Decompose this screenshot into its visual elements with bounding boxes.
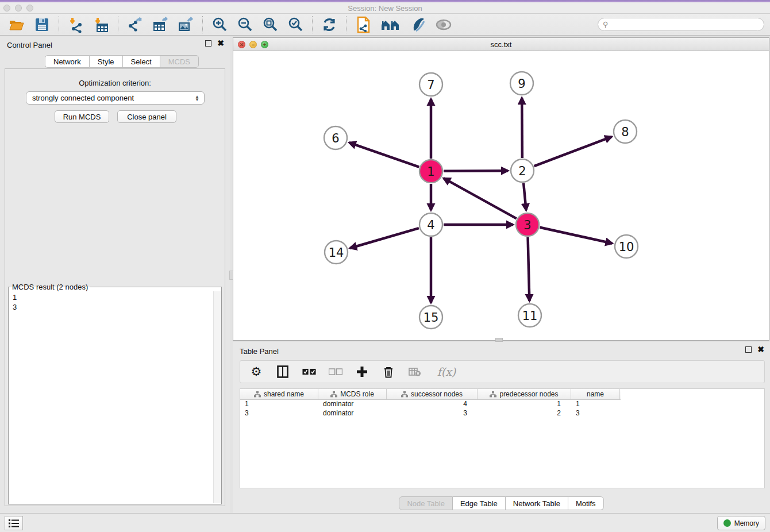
graph-node-1[interactable]: 1 [419, 160, 442, 183]
graph-node-9[interactable]: 9 [510, 72, 533, 95]
export-network-button[interactable] [126, 16, 144, 33]
delete-table-button[interactable] [408, 364, 422, 379]
float-panel-icon[interactable] [205, 40, 211, 47]
search-input[interactable] [611, 21, 759, 29]
first-neighbors-button[interactable] [380, 16, 402, 33]
mcds-result-text[interactable]: 1 3 [9, 291, 213, 503]
new-network-from-selection-button[interactable] [355, 16, 372, 33]
edge-2-8[interactable] [534, 137, 612, 166]
import-network-button[interactable] [67, 16, 84, 33]
column-type-icon [254, 391, 261, 398]
zoom-in-button[interactable] [211, 16, 228, 33]
cell-MCDS-role[interactable]: dominator [318, 409, 387, 418]
edge-1-6[interactable] [349, 142, 419, 167]
task-history-button[interactable] [5, 516, 23, 530]
close-panel-icon[interactable]: ✖ [757, 346, 764, 353]
function-builder-button[interactable]: f(x) [434, 364, 459, 379]
cell-name[interactable]: 1 [571, 400, 620, 409]
zoom-fit-button[interactable] [261, 16, 279, 33]
import-table-button[interactable] [93, 16, 110, 33]
tab-motifs[interactable]: Motifs [568, 496, 604, 510]
edge-2-3[interactable] [523, 183, 526, 210]
control-panel: Control Panel ✖ NetworkStyleSelectMCDS O… [0, 36, 230, 513]
delete-table-icon [409, 367, 421, 376]
result-scrollbar[interactable] [213, 291, 221, 503]
network-resize-grip[interactable] [495, 338, 503, 342]
tab-mcds[interactable]: MCDS [160, 55, 199, 68]
tab-style[interactable]: Style [90, 55, 123, 68]
control-panel-tabs: NetworkStyleSelectMCDS [45, 55, 199, 68]
edge-4-14[interactable] [350, 228, 419, 248]
graph-node-8[interactable]: 8 [614, 120, 637, 143]
cell-predecessor-nodes[interactable]: 1 [478, 400, 571, 409]
graph-node-4[interactable]: 4 [419, 213, 442, 236]
cell-successor-nodes[interactable]: 3 [387, 409, 478, 418]
zoom-selected-button[interactable] [287, 16, 304, 33]
network-window-titlebar[interactable]: ✕ − + scc.txt [233, 38, 769, 51]
optimization-criterion-select[interactable]: strongly connected component ▲▼ [26, 91, 205, 105]
edge-1-2[interactable] [444, 171, 508, 171]
column-header-predecessor-nodes[interactable]: predecessor nodes [478, 389, 571, 399]
memory-button[interactable]: Memory [717, 516, 765, 530]
cell-name[interactable]: 3 [571, 409, 620, 418]
save-session-button[interactable] [33, 16, 51, 33]
network-canvas-svg: 1234678910111415 [233, 51, 769, 340]
splitter-grip[interactable] [229, 271, 233, 280]
refresh-button[interactable] [321, 16, 338, 33]
graph-node-15[interactable]: 15 [419, 306, 442, 329]
table-row[interactable]: 1dominator411 [240, 400, 764, 409]
close-panel-icon[interactable]: ✖ [217, 40, 224, 47]
table-panel-title: Table Panel [240, 347, 279, 356]
tab-select[interactable]: Select [123, 55, 160, 68]
table-panel-header: Table Panel ✖ [233, 342, 770, 360]
node-label: 1 [427, 165, 434, 179]
hide-selected-button[interactable] [435, 16, 452, 33]
network-canvas[interactable]: 1234678910111415 [233, 51, 769, 340]
column-type-icon [330, 391, 337, 398]
table-row[interactable]: 3dominator323 [240, 409, 764, 418]
status-bar: Memory [0, 513, 770, 532]
export-image-button[interactable] [177, 16, 194, 33]
import-table-icon [93, 17, 109, 33]
column-header-name[interactable]: name [571, 389, 620, 399]
delete-column-button[interactable] [382, 364, 395, 379]
edge-3-11[interactable] [528, 237, 530, 301]
edge-3-10[interactable] [540, 228, 612, 244]
table-settings-button[interactable]: ⚙ [249, 364, 263, 379]
run-mcds-button[interactable]: Run MCDS [55, 110, 109, 123]
tab-node-table[interactable]: Node Table [399, 496, 453, 510]
unselect-all-columns-button[interactable] [329, 364, 342, 379]
export-table-button[interactable] [152, 16, 169, 33]
cell-shared-name[interactable]: 3 [240, 409, 318, 418]
search-field[interactable]: ⚲ [598, 18, 764, 31]
cell-MCDS-role[interactable]: dominator [318, 400, 387, 409]
close-panel-button[interactable]: Close panel [117, 110, 176, 123]
float-panel-icon[interactable] [745, 346, 752, 353]
graph-node-10[interactable]: 10 [615, 235, 638, 258]
create-column-button[interactable] [355, 364, 369, 379]
column-header-successor-nodes[interactable]: successor nodes [387, 389, 478, 399]
tab-edge-table[interactable]: Edge Table [453, 496, 506, 510]
open-folder-icon [9, 18, 25, 32]
node-label: 14 [329, 246, 344, 260]
graph-node-2[interactable]: 2 [511, 159, 534, 182]
show-columns-button[interactable] [276, 364, 290, 379]
cell-shared-name[interactable]: 1 [240, 400, 318, 409]
cell-successor-nodes[interactable]: 4 [387, 400, 478, 409]
zoom-out-button[interactable] [236, 16, 253, 33]
graph-node-7[interactable]: 7 [419, 73, 442, 96]
column-header-shared-name[interactable]: shared name [240, 389, 318, 399]
graph-node-14[interactable]: 14 [325, 241, 348, 264]
paint-style-button[interactable] [410, 16, 427, 33]
open-session-button[interactable] [8, 16, 25, 33]
cell-predecessor-nodes[interactable]: 2 [478, 409, 571, 418]
tab-network-table[interactable]: Network Table [506, 496, 568, 510]
graph-node-11[interactable]: 11 [518, 304, 541, 327]
edge-3-1[interactable] [444, 178, 517, 218]
select-all-columns-button[interactable] [302, 364, 316, 379]
column-header-MCDS-role[interactable]: MCDS role [318, 389, 387, 399]
graph-node-3[interactable]: 3 [516, 213, 539, 236]
tab-network[interactable]: Network [45, 55, 90, 68]
edge-2-9[interactable] [522, 98, 522, 158]
graph-node-6[interactable]: 6 [324, 126, 347, 149]
